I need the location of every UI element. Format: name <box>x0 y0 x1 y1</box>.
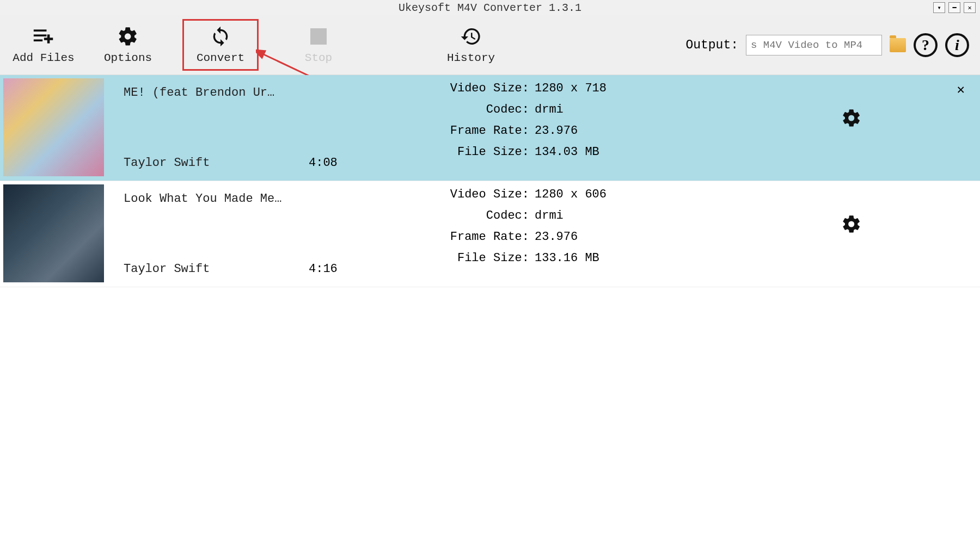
options-button[interactable]: Options <box>95 19 161 71</box>
codec-value: drmi <box>535 103 564 116</box>
convert-icon <box>210 26 231 47</box>
row-remove-button[interactable]: ✕ <box>957 82 965 97</box>
file-meta: Look What You Made Me… Taylor Swift <box>107 181 309 287</box>
frame-rate-label: Frame Rate: <box>439 230 529 244</box>
frame-rate-value: 23.976 <box>535 230 578 244</box>
history-icon <box>460 26 482 47</box>
video-size-label: Video Size: <box>439 188 529 201</box>
info-button[interactable]: i <box>945 33 969 57</box>
stop-icon <box>308 26 329 47</box>
add-files-icon <box>33 26 54 47</box>
file-list: ME! (feat Brendon Ur… Taylor Swift 4:08 … <box>0 75 980 544</box>
codec-label: Codec: <box>439 209 529 222</box>
file-artist: Taylor Swift <box>124 156 309 170</box>
output-area: Output: ? i <box>685 33 969 57</box>
file-size-value: 134.03 MB <box>535 145 599 159</box>
help-button[interactable]: ? <box>914 33 938 57</box>
file-row[interactable]: ME! (feat Brendon Ur… Taylor Swift 4:08 … <box>0 75 980 181</box>
app-window: Ukeysoft M4V Converter 1.3.1 ▾ ━ ✕ Add F… <box>0 0 980 544</box>
file-info: Video Size:1280 x 606 Codec:drmi Frame R… <box>439 181 817 287</box>
dropdown-button[interactable]: ▾ <box>933 2 945 13</box>
row-settings-button[interactable] <box>841 214 862 234</box>
row-settings-button[interactable] <box>841 108 862 128</box>
titlebar: Ukeysoft M4V Converter 1.3.1 ▾ ━ ✕ <box>0 0 980 15</box>
convert-label: Convert <box>197 52 244 64</box>
gear-icon <box>117 26 139 47</box>
frame-rate-label: Frame Rate: <box>439 124 529 138</box>
thumbnail <box>3 78 104 176</box>
svg-rect-5 <box>310 28 327 45</box>
codec-value: drmi <box>535 209 564 222</box>
browse-folder-button[interactable] <box>890 38 906 52</box>
history-button[interactable]: History <box>438 19 504 71</box>
file-meta: ME! (feat Brendon Ur… Taylor Swift <box>107 75 309 181</box>
history-label: History <box>447 52 495 64</box>
row-actions: ✕ <box>817 75 980 181</box>
stop-button: Stop <box>286 19 351 71</box>
add-files-label: Add Files <box>13 52 74 64</box>
file-size-value: 133.16 MB <box>535 251 599 265</box>
close-window-button[interactable]: ✕ <box>964 2 976 13</box>
toolbar: Add Files Options Convert Stop <box>0 15 980 75</box>
window-title: Ukeysoft M4V Converter 1.3.1 <box>399 2 581 14</box>
video-size-value: 1280 x 718 <box>535 82 607 95</box>
file-size-label: File Size: <box>439 145 529 159</box>
options-label: Options <box>104 52 152 64</box>
row-actions <box>817 181 980 287</box>
window-controls: ▾ ━ ✕ <box>933 2 976 13</box>
output-label: Output: <box>685 38 738 52</box>
convert-button[interactable]: Convert <box>182 19 259 71</box>
file-row[interactable]: Look What You Made Me… Taylor Swift 4:16… <box>0 181 980 287</box>
video-size-label: Video Size: <box>439 82 529 95</box>
file-title: ME! (feat Brendon Ur… <box>124 86 309 100</box>
file-size-label: File Size: <box>439 251 529 265</box>
file-info: Video Size:1280 x 718 Codec:drmi Frame R… <box>439 75 817 181</box>
file-duration: 4:16 <box>309 181 439 287</box>
file-artist: Taylor Swift <box>124 262 309 276</box>
file-duration: 4:08 <box>309 75 439 181</box>
thumbnail <box>3 184 104 282</box>
minimize-button[interactable]: ━ <box>948 2 960 13</box>
video-size-value: 1280 x 606 <box>535 188 607 201</box>
file-title: Look What You Made Me… <box>124 192 309 206</box>
output-path-input[interactable] <box>746 35 882 55</box>
add-files-button[interactable]: Add Files <box>11 19 76 71</box>
frame-rate-value: 23.976 <box>535 124 578 138</box>
codec-label: Codec: <box>439 103 529 116</box>
stop-label: Stop <box>305 52 332 64</box>
